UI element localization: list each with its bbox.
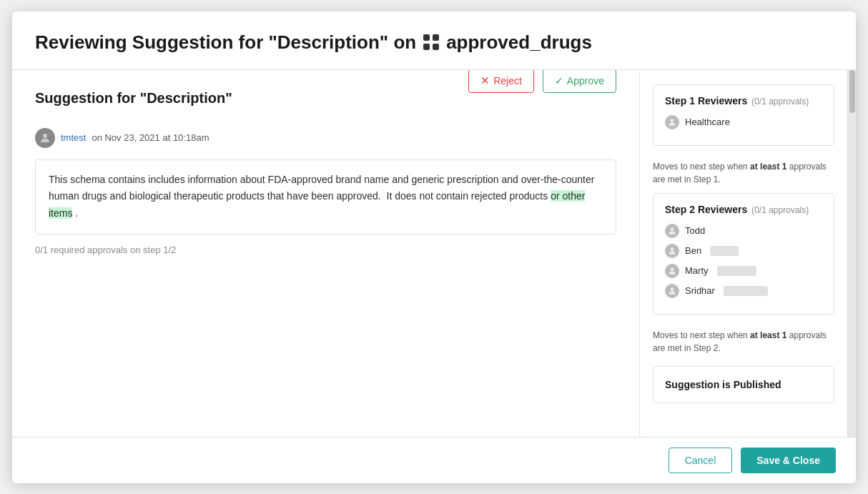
step2-header: Step 2 Reviewers (0/1 approvals) <box>665 204 822 215</box>
author-timestamp: on Nov 23, 2021 at 10:18am <box>92 132 209 143</box>
reviewer-avatar-sridhar <box>665 284 679 298</box>
suggestion-body: This schema contains includes informatio… <box>35 159 616 234</box>
author-name[interactable]: tmtest <box>61 132 86 143</box>
approve-button[interactable]: ✓ Approve <box>543 70 616 93</box>
reviewer-name-todd: Todd <box>685 225 705 236</box>
reject-icon: ✕ <box>480 74 490 87</box>
database-icon <box>423 34 439 50</box>
step2-title: Step 2 Reviewers <box>665 204 747 215</box>
save-close-button[interactable]: Save & Close <box>741 448 836 473</box>
svg-point-3 <box>671 247 674 251</box>
scrollbar-thumb[interactable] <box>849 70 855 113</box>
svg-point-4 <box>671 267 674 271</box>
step2-card: Step 2 Reviewers (0/1 approvals) Todd <box>653 193 834 315</box>
published-card: Suggestion is Published <box>653 366 834 403</box>
modal: Reviewing Suggestion for "Description" o… <box>12 11 856 483</box>
reviewer-badge-marty <box>717 266 756 276</box>
reject-button[interactable]: ✕ Reject <box>468 70 534 93</box>
suggestion-title: Suggestion for "Description" <box>35 90 232 107</box>
modal-wrapper: Reviewing Suggestion for "Description" o… <box>0 0 868 494</box>
svg-point-1 <box>671 119 674 122</box>
suggestion-actions: ✕ Reject ✓ Approve <box>468 70 616 93</box>
reject-label: Reject <box>493 75 522 87</box>
step1-approvals: (0/1 approvals) <box>751 97 809 107</box>
reviewer-ben: Ben <box>665 244 822 258</box>
step1-header: Step 1 Reviewers (0/1 approvals) <box>665 95 822 107</box>
reviewer-todd: Todd <box>665 224 822 238</box>
step1-note: Moves to next step when at least 1 appro… <box>653 153 834 193</box>
right-panel: Step 1 Reviewers (0/1 approvals) Healthc… <box>640 70 847 437</box>
reviewer-avatar-ben <box>665 244 679 258</box>
modal-title: Reviewing Suggestion for "Description" o… <box>35 31 833 54</box>
published-label: Suggestion is Published <box>665 379 781 390</box>
step2-approvals: (0/1 approvals) <box>751 205 809 215</box>
reviewer-name-sridhar: Sridhar <box>685 285 715 296</box>
reviewer-badge-sridhar <box>724 286 768 296</box>
reviewer-avatar-marty <box>665 264 679 278</box>
modal-footer: Cancel Save & Close <box>12 437 856 483</box>
reviewer-marty: Marty <box>665 264 822 278</box>
reviewer-name-ben: Ben <box>685 245 701 256</box>
reviewer-avatar <box>665 115 679 129</box>
approve-icon: ✓ <box>555 75 563 87</box>
reviewer-item: Healthcare <box>665 115 822 129</box>
title-text-prefix: Reviewing Suggestion for "Description" o… <box>35 31 416 54</box>
step1-card: Step 1 Reviewers (0/1 approvals) Healthc… <box>653 84 834 146</box>
reviewer-sridhar: Sridhar <box>665 284 822 298</box>
step2-note: Moves to next step when at least 1 appro… <box>653 322 834 362</box>
svg-point-5 <box>671 287 674 291</box>
avatar <box>35 128 55 148</box>
reviewer-badge-ben <box>710 246 739 256</box>
modal-header: Reviewing Suggestion for "Description" o… <box>12 11 856 70</box>
modal-body: Suggestion for "Description" ✕ Reject ✓ … <box>12 70 856 437</box>
reviewer-name-marty: Marty <box>685 265 709 276</box>
step1-title: Step 1 Reviewers <box>665 95 747 107</box>
svg-point-0 <box>43 134 47 138</box>
svg-point-2 <box>671 227 674 231</box>
main-panel: Suggestion for "Description" ✕ Reject ✓ … <box>12 70 640 437</box>
cancel-button[interactable]: Cancel <box>669 448 733 473</box>
scrollbar[interactable] <box>847 70 856 437</box>
reviewer-name: Healthcare <box>685 117 730 127</box>
approval-status: 0/1 required approvals on step 1/2 <box>35 244 616 255</box>
reviewer-avatar-todd <box>665 224 679 238</box>
title-db-name: approved_drugs <box>446 31 592 54</box>
approve-label: Approve <box>567 75 604 87</box>
author-line: tmtest on Nov 23, 2021 at 10:18am <box>35 128 616 148</box>
